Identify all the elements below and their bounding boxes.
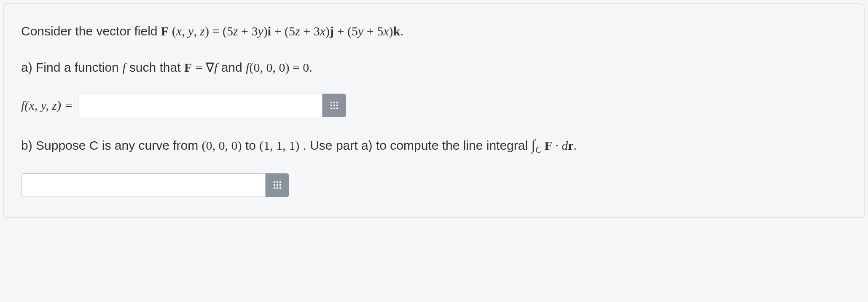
part-b-input-group — [21, 173, 289, 197]
function-f: f — [122, 60, 126, 74]
part-a-input-group — [78, 94, 346, 117]
part-b-answer-row — [21, 173, 847, 197]
vector-field-equation: F (x, y, z) = (5z + 3y)i + (5z + 3x)j + … — [161, 24, 403, 38]
part-a-and: and — [221, 60, 246, 74]
eq1-equals: = — [196, 60, 206, 74]
part-a-answer-label: f(x, y, z) = — [21, 98, 73, 113]
integral-expr: ∫C F · dr. — [531, 138, 577, 152]
keypad-icon — [331, 102, 338, 109]
integral-sign: ∫ — [531, 137, 535, 153]
part-a-prompt: a) Find a function f such that F = ∇f an… — [21, 57, 847, 78]
part-b-pt2: (1, 1, 1) — [259, 138, 299, 152]
keypad-button-b[interactable] — [266, 173, 289, 197]
problem-intro: Consider the vector field F (x, y, z) = … — [21, 21, 847, 41]
question-container: Consider the vector field F (x, y, z) = … — [3, 3, 865, 218]
intro-text: Consider the vector field — [21, 24, 161, 38]
part-b-prompt: b) Suppose C is any curve from (0, 0, 0)… — [21, 133, 847, 157]
part-b-mid2: . Use part a) to compute the line integr… — [303, 138, 532, 152]
part-a-input[interactable] — [78, 94, 322, 117]
eq2: f(0, 0, 0) = 0. — [246, 60, 312, 74]
part-b-input[interactable] — [21, 173, 266, 197]
keypad-button-a[interactable] — [322, 94, 346, 117]
part-b-mid1: to — [245, 138, 259, 152]
part-a-prefix: a) Find a function — [21, 60, 122, 74]
part-b-pt1: (0, 0, 0) — [202, 138, 242, 152]
eq1-lhs: F — [184, 60, 192, 74]
part-b-prefix: b) Suppose C is any curve from — [21, 138, 202, 152]
integral-subscript: C — [535, 145, 541, 155]
part-a-mid: such that — [129, 60, 184, 74]
part-a-answer-row: f(x, y, z) = — [21, 94, 847, 117]
eq1-rhs: ∇f — [206, 60, 218, 74]
keypad-icon — [274, 181, 281, 189]
